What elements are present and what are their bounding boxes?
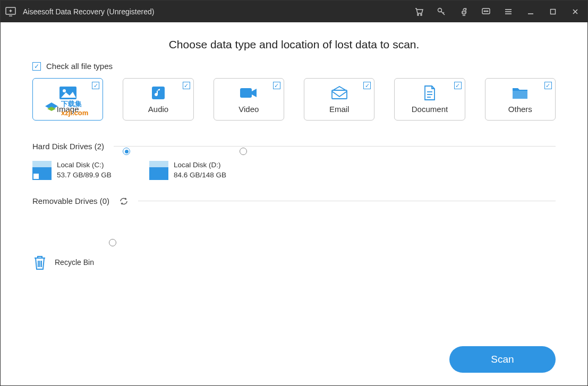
- recycle-bin[interactable]: Recycle Bin: [32, 254, 556, 271]
- type-card-image[interactable]: Image: [32, 78, 103, 121]
- image-icon: [59, 85, 77, 100]
- svg-point-12: [487, 11, 488, 12]
- drive-radio-d[interactable]: [240, 148, 247, 155]
- divider: [114, 146, 556, 147]
- check-all-row[interactable]: Check all file types: [32, 62, 556, 71]
- facebook-icon[interactable]: [456, 4, 472, 20]
- svg-point-5: [421, 14, 422, 15]
- svg-point-21: [63, 89, 66, 92]
- drive-c[interactable]: Local Disk (C:) 53.7 GB/89.9 GB: [32, 160, 128, 181]
- section-hdd: Hard Disk Drives (2): [32, 142, 556, 151]
- drive-radio-c[interactable]: [123, 148, 130, 155]
- type-card-document[interactable]: Document: [394, 78, 465, 121]
- audio-icon: [149, 85, 167, 100]
- minimize-button[interactable]: [523, 4, 539, 20]
- type-label-document: Document: [412, 105, 448, 114]
- type-card-others[interactable]: Others: [485, 78, 556, 121]
- svg-rect-23: [240, 88, 252, 98]
- menu-icon[interactable]: [500, 4, 516, 20]
- drive-size-c: 53.7 GB/89.9 GB: [57, 170, 112, 181]
- scan-button[interactable]: Scan: [449, 346, 556, 373]
- type-checkbox-audio[interactable]: [183, 82, 190, 89]
- svg-rect-28: [513, 91, 527, 99]
- video-icon: [240, 85, 258, 100]
- type-label-email: Email: [329, 105, 350, 114]
- section-removable: Removable Drives (0): [32, 196, 556, 206]
- drive-size-d: 84.6 GB/148 GB: [174, 170, 226, 181]
- folder-icon: [511, 85, 529, 100]
- type-checkbox-video[interactable]: [273, 82, 280, 89]
- svg-point-6: [438, 8, 442, 12]
- main-content: Choose data type and location of lost da…: [1, 22, 587, 385]
- drives-row: Local Disk (C:) 53.7 GB/89.9 GB Local Di…: [32, 160, 556, 181]
- section-title-hdd: Hard Disk Drives (2): [32, 142, 104, 151]
- svg-point-10: [484, 11, 485, 12]
- titlebar: Aiseesoft Data Recovery (Unregistered): [1, 1, 587, 22]
- window-title: Aiseesoft Data Recovery (Unregistered): [23, 7, 154, 16]
- svg-rect-22: [152, 87, 165, 99]
- divider: [138, 201, 556, 201]
- type-checkbox-others[interactable]: [544, 82, 552, 89]
- refresh-icon[interactable]: [119, 196, 129, 206]
- type-checkbox-email[interactable]: [363, 82, 371, 89]
- page-headline: Choose data type and location of lost da…: [32, 38, 556, 51]
- drive-icon-c: [32, 161, 52, 180]
- svg-point-11: [485, 11, 487, 12]
- file-type-row: Image Audio Video Email: [32, 78, 556, 121]
- svg-line-8: [443, 12, 444, 13]
- type-checkbox-document[interactable]: [454, 82, 462, 89]
- drive-text-c: Local Disk (C:) 53.7 GB/89.9 GB: [57, 160, 112, 181]
- svg-rect-24: [332, 90, 347, 99]
- check-all-label: Check all file types: [46, 62, 113, 71]
- app-icon: [5, 6, 16, 17]
- drive-name-d: Local Disk (D:): [174, 160, 226, 170]
- type-label-audio: Audio: [148, 105, 168, 114]
- type-checkbox-image[interactable]: [92, 82, 99, 89]
- section-title-removable: Removable Drives (0): [32, 196, 109, 205]
- email-icon: [330, 85, 348, 100]
- svg-rect-17: [551, 9, 556, 14]
- type-card-video[interactable]: Video: [214, 78, 284, 121]
- close-button[interactable]: [567, 4, 583, 20]
- type-card-email[interactable]: Email: [304, 78, 374, 121]
- type-label-video: Video: [238, 105, 259, 114]
- svg-point-4: [417, 14, 419, 15]
- drive-d[interactable]: Local Disk (D:) 84.6 GB/148 GB: [149, 160, 245, 181]
- feedback-icon[interactable]: [478, 4, 494, 20]
- drive-icon-d: [149, 161, 168, 180]
- type-label-image: Image: [57, 105, 79, 114]
- drive-name-c: Local Disk (C:): [57, 160, 112, 170]
- check-all-checkbox[interactable]: [32, 62, 41, 71]
- recycle-label: Recycle Bin: [55, 258, 94, 267]
- cart-icon[interactable]: [411, 4, 427, 20]
- drive-text-d: Local Disk (D:) 84.6 GB/148 GB: [174, 160, 226, 181]
- maximize-button[interactable]: [545, 4, 561, 20]
- recycle-bin-icon: [32, 254, 47, 271]
- document-icon: [421, 85, 439, 100]
- key-icon[interactable]: [433, 4, 449, 20]
- recycle-radio[interactable]: [109, 239, 116, 246]
- type-label-others: Others: [508, 105, 532, 114]
- type-card-audio[interactable]: Audio: [123, 78, 193, 121]
